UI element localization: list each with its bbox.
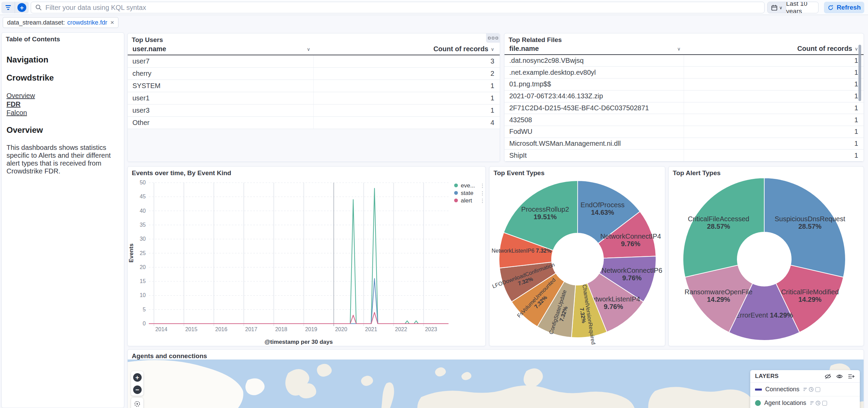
toc-link-fdr[interactable]: FDR (6, 100, 119, 108)
panel-options-button[interactable] (486, 33, 500, 43)
cell-count[interactable]: 1 (314, 94, 500, 102)
table-scrollbar[interactable] (858, 45, 861, 101)
refresh-label: Refresh (837, 4, 861, 11)
toc-body: Navigation Crowdstrike OverviewFDRFalcon… (6, 46, 119, 175)
cell-name[interactable]: Microsoft.WSMan.Management.ni.dll (504, 138, 684, 150)
toc-link-falcon[interactable]: Falcon (6, 109, 119, 117)
table-row[interactable]: user73 (128, 55, 500, 68)
chevron-down-icon[interactable]: ∨ (677, 46, 681, 52)
cell-name[interactable]: 2021-07-06T23:44:46.133Z.zip (504, 90, 684, 102)
table-row[interactable]: 2021-07-06T23:44:46.133Z.zip1 (504, 90, 864, 102)
cell-count[interactable]: 1 (684, 92, 864, 100)
table-header-row: file.name∨Count of records∨ (504, 43, 864, 55)
legend-menu-icon[interactable]: ⋮ (480, 183, 485, 188)
kql-search-input[interactable] (45, 4, 760, 12)
cell-name[interactable]: .net.example.desktop.ev80yl (504, 67, 684, 78)
legend-menu-icon[interactable]: ⋮ (480, 190, 485, 196)
cell-count[interactable]: 4 (314, 119, 500, 127)
cell-name[interactable]: 2F71C2D4-D215-453E-BF4C-D6C037502871 (504, 102, 684, 114)
cell-count[interactable]: 1 (684, 128, 864, 136)
column-header-label: Count of records (797, 45, 852, 53)
cell-count[interactable]: 1 (684, 104, 864, 112)
time-range-value[interactable]: Last 10 years (786, 2, 818, 13)
collapse-layers-icon[interactable] (848, 373, 855, 380)
kql-search-bar[interactable] (31, 2, 765, 13)
chevron-down-icon[interactable]: ∨ (307, 46, 310, 52)
table-row[interactable]: .net.example.desktop.ev80yl1 (504, 67, 864, 79)
cell-name[interactable]: SYSTEM (128, 80, 314, 92)
cell-name[interactable]: FodWU (504, 126, 684, 138)
zoom-in-button[interactable]: + (131, 371, 143, 383)
cell-count[interactable]: 1 (684, 57, 864, 65)
table-row[interactable]: user31 (128, 104, 500, 117)
table-row[interactable]: Other4 (128, 117, 500, 129)
table-row[interactable]: Microsoft.WSMan.Management.ni.dll1 (504, 138, 864, 150)
cell-name[interactable]: 432508 (504, 114, 684, 126)
legend-item-alert[interactable]: alert (461, 197, 472, 204)
layer-label: Connections (765, 386, 799, 393)
cell-count[interactable]: 1 (684, 140, 864, 147)
svg-text:2017: 2017 (245, 326, 257, 332)
cell-count[interactable]: 1 (684, 80, 864, 88)
layer-row-connections[interactable]: Connections (750, 383, 860, 396)
filter-icon[interactable] (810, 402, 814, 405)
column-header[interactable]: Count of records∨ (684, 45, 864, 53)
legend-menu-icon[interactable]: ⋮ (480, 198, 485, 203)
table-row[interactable]: cherry2 (128, 68, 500, 80)
panel-title: Table of Contents (6, 36, 60, 43)
table-row[interactable]: 2F71C2D4-D215-453E-BF4C-D6C0375028711 (504, 102, 864, 114)
refresh-button[interactable]: Refresh (824, 2, 864, 13)
cell-name[interactable]: cherry (128, 68, 314, 80)
cell-name[interactable]: user3 (128, 104, 314, 116)
cell-name[interactable]: .dat.nosync2c98.VBwjsq (504, 55, 684, 67)
cell-count[interactable]: 1 (684, 116, 864, 124)
cell-name[interactable]: user7 (128, 55, 314, 67)
column-header[interactable]: user.name∨ (128, 45, 314, 53)
table-row[interactable]: 4325081 (504, 114, 864, 126)
table-row[interactable]: SYSTEM1 (128, 80, 500, 92)
filter-pill[interactable]: data_stream.dataset: crowdstrike.fdr × (3, 17, 118, 28)
clock-icon[interactable] (809, 387, 814, 392)
legend-item-state[interactable]: state (461, 190, 473, 196)
chevron-down-icon[interactable]: ∨ (855, 46, 858, 52)
cell-name[interactable]: user1 (128, 92, 314, 104)
filter-button-group: + (1, 2, 29, 13)
cell-count[interactable]: 1 (314, 107, 500, 114)
cell-name[interactable]: ShipIt (504, 150, 684, 161)
chevron-down-icon[interactable]: ∨ (491, 46, 494, 52)
plus-icon: + (17, 3, 26, 12)
svg-text:40: 40 (140, 208, 146, 214)
cell-count[interactable]: 1 (314, 82, 500, 90)
clock-icon[interactable] (815, 400, 821, 406)
date-quick-select-button[interactable]: ∨ (768, 2, 786, 13)
column-header[interactable]: Count of records∨ (314, 45, 500, 53)
cell-name[interactable]: 01.png.tmp$$ (504, 79, 684, 90)
map-canvas[interactable]: + − LAYERS (128, 360, 864, 408)
top-related-files-table: file.name∨Count of records∨.dat.nosync2c… (504, 43, 864, 161)
hide-all-layers-icon[interactable] (824, 373, 831, 380)
cell-count[interactable]: 3 (314, 57, 500, 65)
legend-item-event[interactable]: eve... (461, 182, 475, 189)
cell-name[interactable]: Other (128, 117, 314, 129)
layer-checkbox[interactable] (822, 401, 827, 406)
cell-count[interactable]: 1 (684, 152, 864, 159)
column-header[interactable]: file.name∨ (504, 45, 684, 53)
table-row[interactable]: FodWU1 (504, 126, 864, 138)
table-row[interactable]: ShipIt1 (504, 150, 864, 161)
toc-link-overview[interactable]: Overview (6, 92, 119, 100)
cell-count[interactable]: 2 (314, 70, 500, 78)
remove-filter-icon[interactable]: × (110, 19, 114, 26)
zoom-out-button[interactable]: − (131, 383, 143, 396)
layer-row-agent-locations[interactable]: Agent locations (750, 396, 860, 408)
saved-filters-button[interactable] (1, 2, 15, 13)
add-filter-button[interactable]: + (15, 2, 29, 13)
filter-icon[interactable] (803, 388, 807, 391)
table-row[interactable]: 01.png.tmp$$1 (504, 79, 864, 90)
table-row[interactable]: .dat.nosync2c98.VBwjsq1 (504, 55, 864, 67)
layer-checkbox[interactable] (815, 387, 820, 392)
cell-count[interactable]: 1 (684, 69, 864, 76)
table-row[interactable]: user11 (128, 92, 500, 104)
panel-title: Top Alert Types (673, 169, 721, 177)
set-view-button[interactable] (131, 398, 143, 408)
show-all-layers-icon[interactable] (836, 373, 843, 380)
